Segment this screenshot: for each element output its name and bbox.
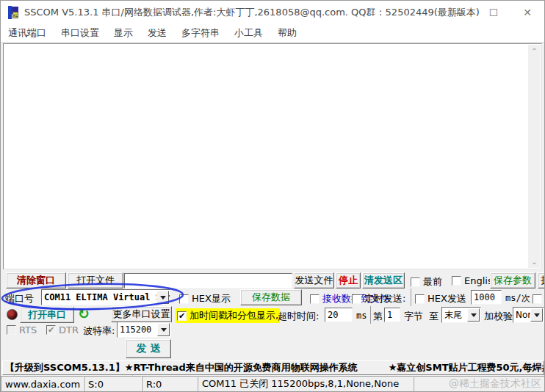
timestamp-label: 加时间戳和分包显示, xyxy=(190,309,278,322)
menu-bar: 通讯端口 串口设置 显示 发送 多字符串 小工具 帮助 PCB打样那家强？ xyxy=(1,24,544,43)
byte-to-select[interactable]: 末尾 xyxy=(441,307,481,323)
upgrade-notice[interactable]: 【升级到SSCOM5.13.1】 xyxy=(5,361,125,374)
menu-send[interactable]: 发送 xyxy=(140,26,174,40)
watermark: @稀土掘金技术社区 xyxy=(449,377,541,391)
topmost-checkbox-box[interactable] xyxy=(411,277,420,287)
rts-checkbox-box[interactable] xyxy=(7,325,16,335)
status-banner: 【升级到SSCOM5.13.1】 ★RT-Thread来自中国的开源免费商用物联… xyxy=(2,360,544,375)
divider xyxy=(411,288,411,306)
extend-button[interactable]: 扩展 xyxy=(538,272,545,288)
app-window: KL SSCOM V5.13.1 串口/网络数据调试器,作者:大虾丁丁,2618… xyxy=(0,0,545,392)
jlc-promo[interactable]: ★嘉立创SMT贴片工程费50元,每焊盘1分钱! xyxy=(389,361,544,374)
byte-label: 字节 xyxy=(404,310,423,323)
timestamp-checkbox-box[interactable]: ✔ xyxy=(177,311,187,321)
baud-dropdown-arrow-icon[interactable] xyxy=(157,323,170,336)
timed-send-label: 定时发送: xyxy=(364,292,405,305)
status-website[interactable]: www.daxia.com xyxy=(1,376,84,392)
menu-comm-port[interactable]: 通讯端口 xyxy=(1,26,54,40)
timed-send-checkbox[interactable]: 定时发送: xyxy=(352,292,405,305)
port-status-led-icon xyxy=(7,309,18,320)
interval-input[interactable]: 1000 xyxy=(471,290,502,305)
window-title: SSCOM V5.13.1 串口/网络数据调试器,作者:大虾丁丁,2618058… xyxy=(24,6,480,19)
menu-tools[interactable]: 小工具 xyxy=(227,26,270,40)
checksum-select[interactable]: None xyxy=(513,307,544,323)
dtr-checkbox-box[interactable]: ✔ xyxy=(46,325,56,335)
rts-label: RTS xyxy=(19,324,37,335)
more-serial-settings-button[interactable]: 更多串口设置 xyxy=(111,306,172,322)
receive-scrollbar[interactable]: ⌃ ⌄ xyxy=(528,45,541,268)
hex-display-label: HEX显示 xyxy=(192,292,231,305)
add-crlf-checkbox-box[interactable] xyxy=(533,294,542,304)
close-button[interactable]: ✕ xyxy=(510,1,544,24)
hex-display-checkbox[interactable]: HEX显示 xyxy=(179,292,231,305)
port-select-value: COM11 ELTIMA Virtual Seria xyxy=(44,292,170,302)
clear-window-button[interactable]: 清除窗口 xyxy=(6,272,66,288)
status-received-count: R:0 xyxy=(142,376,198,392)
stop-button[interactable]: 停止 xyxy=(336,272,361,288)
checksum-dropdown-arrow-icon[interactable] xyxy=(530,308,543,322)
control-panel: 清除窗口 打开文件 发送文件 停止 清发送区 最前 English 保存参数 扩… xyxy=(1,270,545,360)
port-dropdown-arrow-icon[interactable] xyxy=(156,291,169,304)
minimize-button[interactable]: — xyxy=(443,1,477,24)
rtthread-promo[interactable]: ★RT-Thread来自中国的开源免费商用物联网操作系统 xyxy=(125,361,358,374)
status-port-state: COM11 已关闭 115200bps,8,1,None,None xyxy=(198,376,414,392)
status-sent-count: S:0 xyxy=(84,376,142,392)
baud-select[interactable]: 115200 xyxy=(117,322,171,338)
hex-send-checkbox[interactable]: HEX发送 xyxy=(415,292,466,305)
baud-label: 波特率: xyxy=(83,324,115,338)
checksum-label: 加校验 xyxy=(484,310,513,323)
port-select[interactable]: COM11 ELTIMA Virtual Seria xyxy=(41,289,170,305)
save-params-button[interactable]: 保存参数 xyxy=(490,272,535,288)
scroll-down-icon[interactable]: ⌄ xyxy=(528,255,541,268)
add-crlf-checkbox[interactable]: 加回车 xyxy=(533,292,545,305)
rts-checkbox[interactable]: RTS xyxy=(7,324,37,335)
save-data-button[interactable]: 保存数据 xyxy=(240,289,302,305)
maximize-button[interactable]: ☐ xyxy=(477,1,510,24)
timeout-label: 超时时间: xyxy=(278,310,319,323)
interval-unit-label: ms/次 xyxy=(505,292,530,305)
dtr-label: DTR xyxy=(59,324,79,335)
to-label: 至 xyxy=(429,310,438,323)
menu-serial-settings[interactable]: 串口设置 xyxy=(54,26,107,40)
dtr-checkbox[interactable]: ✔ DTR xyxy=(46,324,79,335)
scroll-up-icon[interactable]: ⌃ xyxy=(528,45,541,57)
port-label: 端口号 xyxy=(5,292,34,305)
english-checkbox-box[interactable] xyxy=(452,276,461,286)
recv-to-file-checkbox-box[interactable] xyxy=(310,294,320,304)
divider xyxy=(370,306,371,324)
file-path-input[interactable] xyxy=(124,273,292,288)
timed-send-checkbox-box[interactable] xyxy=(352,294,361,304)
hex-display-checkbox-box[interactable] xyxy=(179,294,189,304)
refresh-ports-icon[interactable]: ↻ xyxy=(78,305,90,322)
send-button[interactable]: 发 送 xyxy=(126,339,171,358)
baud-value: 115200 xyxy=(120,324,151,335)
hex-send-checkbox-box[interactable] xyxy=(415,294,425,304)
open-port-button[interactable]: 打开串口 xyxy=(20,307,74,323)
topmost-checkbox[interactable]: 最前 xyxy=(411,275,442,288)
receive-text-area[interactable]: ⌃ ⌄ xyxy=(3,43,542,269)
timestamp-checkbox[interactable]: ✔ 加时间戳和分包显示, xyxy=(176,308,280,323)
byte-from-input[interactable]: 1 xyxy=(384,308,400,322)
timeout-input[interactable]: 20 xyxy=(325,308,353,322)
title-bar: KL SSCOM V5.13.1 串口/网络数据调试器,作者:大虾丁丁,2618… xyxy=(1,1,544,24)
byte-to-dropdown-arrow-icon[interactable] xyxy=(467,308,480,322)
timeout-unit-label: ms xyxy=(356,311,367,321)
menu-help[interactable]: 帮助 xyxy=(270,26,304,40)
open-file-button[interactable]: 打开文件 xyxy=(68,272,123,288)
menu-multistring[interactable]: 多字符串 xyxy=(174,26,227,40)
clear-send-area-button[interactable]: 清发送区 xyxy=(362,272,405,288)
byte-to-value: 末尾 xyxy=(444,309,462,322)
byte-prefix-label: 第 xyxy=(373,310,383,323)
app-icon: KL xyxy=(7,6,20,19)
send-file-button[interactable]: 发送文件 xyxy=(294,272,334,288)
hex-send-label: HEX发送 xyxy=(427,292,466,305)
menu-display[interactable]: 显示 xyxy=(107,26,140,40)
topmost-label: 最前 xyxy=(423,275,442,288)
